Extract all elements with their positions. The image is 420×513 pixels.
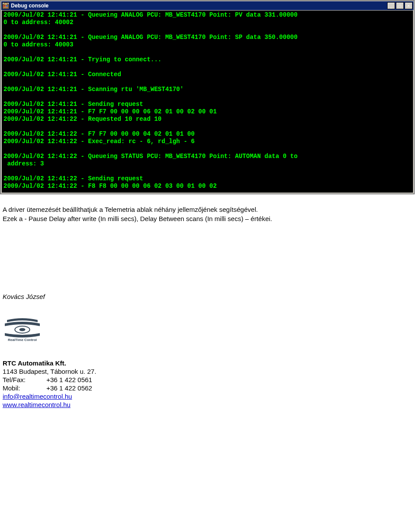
company-name: RTC Automatika Kft.	[3, 359, 417, 367]
close-icon: ×	[407, 4, 410, 8]
console-line: 2009/Jul/02 12:41:22 - F8 F8 00 00 00 06…	[4, 183, 411, 190]
console-line: 2009/Jul/02 12:41:21 - F7 F7 00 00 00 06…	[4, 108, 411, 116]
console-line: 2009/Jul/02 12:41:22 - F7 F7 00 00 00 04…	[4, 130, 411, 138]
console-icon	[2, 2, 9, 9]
console-line: 2009/Jul/02 12:41:21 - Queueing ANALOG P…	[4, 34, 411, 41]
maximize-icon: □	[399, 4, 401, 8]
minimize-icon: _	[390, 4, 392, 8]
maximize-button[interactable]: □	[396, 2, 404, 9]
window-title: Debug console	[11, 3, 49, 9]
paragraph-1: A driver ütemezését beállíthatjuk a Tele…	[3, 205, 417, 214]
telfax-label: Tel/Fax:	[3, 376, 46, 384]
telfax-value: +36 1 422 0561	[46, 376, 92, 384]
svg-rect-1	[4, 3, 7, 5]
console-line: 2009/Jul/02 12:41:21 - Queueing ANALOG P…	[4, 11, 411, 19]
svg-point-5	[19, 328, 25, 331]
contact-block: RTC Automatika Kft. 1143 Budapest, Tábor…	[3, 359, 417, 409]
titlebar[interactable]: Debug console _ □ ×	[1, 1, 414, 10]
company-logo: RealTime Control	[3, 318, 417, 344]
email-link[interactable]: info@realtimecontrol.hu	[3, 393, 72, 400]
logo-caption-text: RealTime Control	[8, 338, 37, 342]
console-line: 2009/Jul/02 12:41:21 - Scanning rtu 'MB_…	[4, 86, 411, 93]
author-signature: Kovács József	[3, 293, 417, 300]
console-line: 2009/Jul/02 12:41:21 - Sending request	[4, 101, 411, 108]
console-line: 2009/Jul/02 12:41:21 - Trying to connect…	[4, 56, 411, 63]
close-button[interactable]: ×	[405, 2, 413, 9]
console-line: 2009/Jul/02 12:41:22 - Sending request	[4, 175, 411, 183]
mobil-label: Mobil:	[3, 384, 46, 392]
company-address: 1143 Budapest, Tábornok u. 27.	[3, 367, 417, 376]
paragraph-2: Ezek a - Pause Delay after write (In mil…	[3, 214, 417, 223]
minimize-button[interactable]: _	[387, 2, 395, 9]
web-link[interactable]: www.realtimecontrol.hu	[3, 401, 70, 408]
console-line: 2009/Jul/02 12:41:22 - Requested 10 read…	[4, 116, 411, 123]
svg-rect-2	[4, 5, 5, 7]
body-paragraphs: A driver ütemezését beállíthatjuk a Tele…	[3, 205, 417, 223]
console-line: 0 to address: 40003	[4, 41, 411, 49]
svg-rect-3	[6, 5, 8, 7]
console-line: 2009/Jul/02 12:41:22 - Exec_read: rc - 6…	[4, 138, 411, 145]
console-line: address: 3	[4, 160, 411, 168]
console-line: 0 to address: 40002	[4, 19, 411, 26]
mobil-value: +36 1 422 0562	[46, 384, 92, 392]
console-output: 2009/Jul/02 12:41:21 - Queueing ANALOG P…	[1, 10, 414, 193]
console-line: 2009/Jul/02 12:41:21 - Connected	[4, 71, 411, 78]
debug-console-window: Debug console _ □ × 2009/Jul/02 12:41:21…	[0, 0, 415, 194]
console-line: 2009/Jul/02 12:41:22 - Queueing STATUS P…	[4, 153, 411, 160]
